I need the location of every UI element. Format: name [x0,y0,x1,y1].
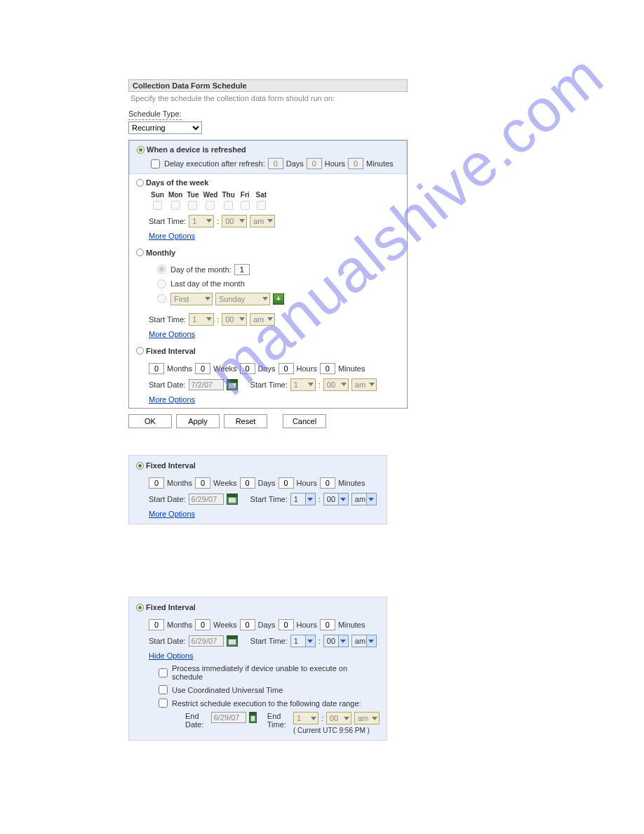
radio-ordinal-day[interactable] [157,294,166,303]
monthly-ordinal-select[interactable]: First [170,293,213,305]
day-sat: Sat [253,190,269,199]
option-monthly: Monthly Day of the month: Last day of th… [129,244,407,343]
last-day-label: Last day of the month [170,279,245,288]
p2-months-input[interactable] [149,477,164,489]
p3-hour-select[interactable]: 1 [290,635,316,647]
option-days-of-week: Days of the week Sun Mon Tue Wed Thu Fri… [129,174,407,244]
calendar-icon[interactable] [227,635,238,647]
schedule-options-panel: When a device is refreshed Delay executi… [128,140,408,409]
fi-hours-input[interactable] [279,363,294,374]
ok-button[interactable]: OK [128,414,172,428]
weekly-ampm-select[interactable]: am [250,215,275,227]
p3-hours-label: Hours [297,621,317,629]
p2-ampm-select[interactable]: am [351,493,377,505]
p3-opt2-label: Use Coordinated Universal Time [172,686,283,694]
p2-weeks-input[interactable] [195,477,210,489]
day-of-month-label: Day of the month: [170,265,232,274]
radio-weekly[interactable] [136,179,144,187]
weekly-more-options-link[interactable]: More Options [149,232,195,240]
monthly-hour-select[interactable]: 1 [189,313,214,326]
reset-button[interactable]: Reset [224,414,267,428]
p2-weeks-label: Weeks [213,479,236,487]
option-fixed-interval: Fixed Interval Months Weeks Days Hours M… [129,343,407,408]
fi-start-date-input[interactable] [189,379,224,390]
p2-hour-select[interactable]: 1 [290,493,316,505]
calendar-icon[interactable] [249,712,257,723]
p3-restrict-range-check[interactable] [159,699,168,708]
p3-minutes-input[interactable] [320,619,335,630]
p3-months-input[interactable] [149,619,164,630]
p3-ampm-select[interactable]: am [351,635,377,647]
p2-start-date-input[interactable] [189,494,224,505]
check-fri[interactable] [241,201,250,210]
day-of-month-input[interactable] [234,264,250,275]
p2-more-options-link[interactable]: More Options [149,510,195,518]
fi-days-input[interactable] [240,363,255,374]
calendar-icon[interactable] [227,494,238,505]
p2-minutes-input[interactable] [320,477,335,489]
p3-use-utc-check[interactable] [159,685,168,694]
radio-fixed[interactable] [136,347,144,355]
p2-hours-input[interactable] [279,477,294,489]
monthly-minute-select[interactable]: 00 [222,313,247,326]
check-sun[interactable] [153,201,162,210]
monthly-weekday-select[interactable]: Sunday [215,293,270,305]
weekly-start-time-label: Start Time: [149,217,186,225]
check-mon[interactable] [171,201,180,210]
p3-minute-select[interactable]: 00 [323,635,349,647]
radio-weekly-label: Days of the week [146,178,208,187]
p3-process-immediately-check[interactable] [159,668,168,677]
delay-hours-input[interactable] [307,158,322,169]
fixed-interval-panel-collapsed: Fixed Interval Months Weeks Days Hours M… [128,455,387,524]
check-sat[interactable] [257,201,266,210]
fi-more-options-link[interactable]: More Options [149,395,195,404]
fi-ampm-select[interactable]: am [351,378,377,391]
p3-end-ampm-select[interactable]: am [354,712,380,724]
radio-monthly[interactable] [136,249,144,256]
fi-months-input[interactable] [149,363,164,374]
radio-refreshed[interactable] [137,146,145,154]
weekly-hour-select[interactable]: 1 [189,215,214,227]
radio-fixed-2[interactable] [136,462,144,470]
fi-minutes-label: Minutes [338,364,365,373]
day-sun: Sun [149,190,166,199]
dialog-description: Specify the schedule the collection data… [128,92,408,108]
add-icon[interactable]: + [273,293,284,305]
p3-days-input[interactable] [240,619,255,630]
weekly-minute-select[interactable]: 00 [222,215,247,227]
radio-fixed-3[interactable] [136,604,144,611]
p3-end-minute-select[interactable]: 00 [326,712,351,724]
p3-start-date-input[interactable] [189,635,224,647]
p3-hide-options-link[interactable]: Hide Options [149,651,194,660]
check-tue[interactable] [188,201,197,210]
main-dialog: Collection Data Form Schedule Specify th… [128,79,408,428]
radio-day-of-month[interactable] [157,265,166,274]
fi-hour-select[interactable]: 1 [290,378,316,391]
p2-days-label: Days [258,479,276,487]
delay-checkbox[interactable] [151,159,160,168]
calendar-icon[interactable] [227,379,238,390]
p2-start-date-label: Start Date: [149,495,186,503]
delay-hours-label: Hours [325,159,345,168]
p2-minute-select[interactable]: 00 [323,493,349,505]
check-wed[interactable] [206,201,215,210]
monthly-more-options-link[interactable]: More Options [149,330,195,338]
p2-days-input[interactable] [240,477,255,489]
fi-weeks-input[interactable] [195,363,210,374]
fi-minute-select[interactable]: 00 [323,378,349,391]
p3-hours-input[interactable] [279,619,294,630]
p3-end-date-input[interactable] [211,712,246,723]
check-thu[interactable] [224,201,233,210]
cancel-button[interactable]: Cancel [283,414,326,428]
apply-button[interactable]: Apply [176,414,220,428]
p3-weeks-input[interactable] [195,619,210,630]
p3-end-hour-select[interactable]: 1 [293,712,318,724]
radio-last-day[interactable] [157,279,166,289]
delay-minutes-input[interactable] [348,158,363,169]
schedule-type-select[interactable]: Recurring [128,121,202,134]
p3-start-time-label: Start Time: [250,637,288,645]
fi-minutes-input[interactable] [320,363,335,374]
delay-days-input[interactable] [268,158,283,169]
radio-fixed-label: Fixed Interval [146,347,196,355]
monthly-ampm-select[interactable]: am [250,313,275,326]
